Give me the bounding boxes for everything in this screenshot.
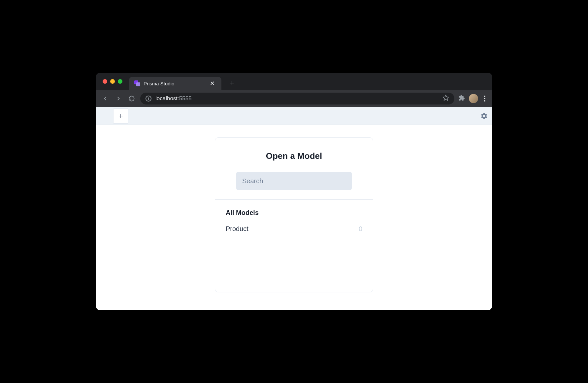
browser-tab-bar: Prisma Studio ✕ + [96,73,492,90]
open-model-panel: Open a Model All Models Product 0 [215,137,373,292]
browser-window: Prisma Studio ✕ + i localhost:5555 [96,73,492,310]
window-minimize-button[interactable] [110,79,115,84]
window-controls [103,79,122,84]
app-tab-bar: + [96,107,492,125]
url-host: localhost [155,95,178,102]
window-close-button[interactable] [103,79,107,84]
extensions-icon[interactable] [458,95,465,103]
close-tab-icon[interactable]: ✕ [209,80,216,87]
prisma-favicon [134,80,140,86]
model-list-item[interactable]: Product 0 [226,224,362,234]
all-models-heading: All Models [226,209,362,217]
forward-button[interactable] [114,94,123,103]
back-button[interactable] [101,94,110,103]
bookmark-star-icon[interactable] [442,95,449,103]
browser-toolbar: i localhost:5555 [96,90,492,107]
page-viewport: + Open a Model All Models Product 0 [96,107,492,310]
new-tab-button[interactable]: + [227,78,237,88]
address-bar[interactable]: i localhost:5555 [140,93,454,104]
settings-gear-icon[interactable] [480,112,488,120]
url-text: localhost:5555 [155,95,192,102]
browser-menu-icon[interactable] [482,96,487,102]
model-count: 0 [359,225,362,233]
window-maximize-button[interactable] [118,79,122,84]
site-info-icon[interactable]: i [146,96,151,102]
tab-title: Prisma Studio [144,81,205,86]
profile-avatar[interactable] [469,94,478,103]
svg-marker-0 [443,95,449,101]
model-name: Product [226,225,248,233]
url-port: :5555 [178,95,192,102]
reload-button[interactable] [127,94,136,103]
model-search-input[interactable] [236,172,352,190]
browser-tab[interactable]: Prisma Studio ✕ [129,77,221,90]
panel-title: Open a Model [226,151,362,161]
main-canvas: Open a Model All Models Product 0 [96,125,492,310]
add-model-tab-button[interactable]: + [113,108,128,124]
